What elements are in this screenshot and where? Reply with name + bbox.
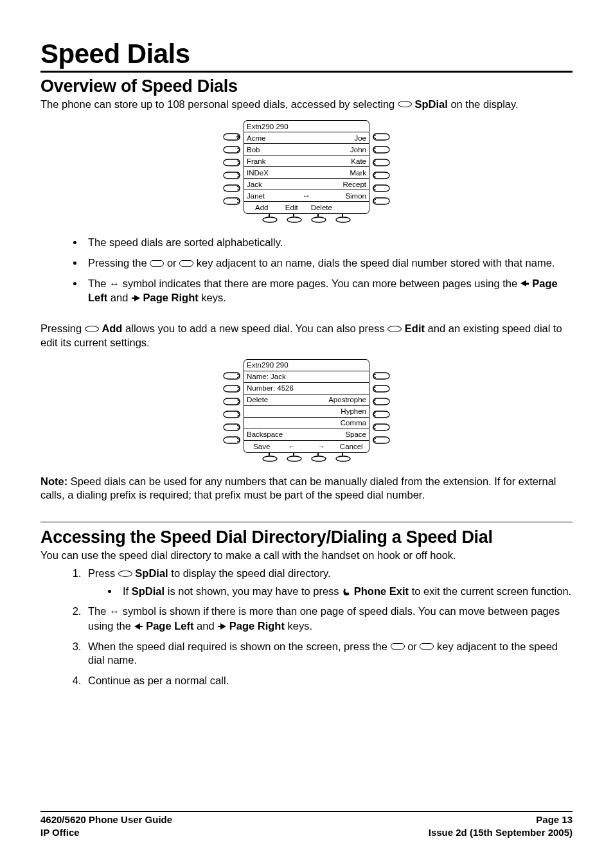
right-key-icon xyxy=(150,260,164,267)
screen-cell-left: Number: 4526 xyxy=(247,384,294,392)
sub-bullet-list: If SpDial is not shown, you may have to … xyxy=(88,585,573,599)
svg-point-2 xyxy=(312,217,326,222)
line-key-right xyxy=(373,197,391,205)
overview-intro-post: on the display. xyxy=(450,98,518,110)
text: and xyxy=(197,620,217,632)
overview-bullet-list: The speed dials are sorted alphabeticall… xyxy=(40,236,573,305)
line-key-left xyxy=(222,133,240,141)
screen-header: Extn290 290 xyxy=(247,361,289,369)
left-key-column xyxy=(222,359,240,444)
accessing-intro: You can use the speed dial directory to … xyxy=(40,549,573,563)
screen-cell-right: John xyxy=(350,146,366,154)
screen-cell-left: Bob xyxy=(247,146,260,154)
screen-cell-right: Comma xyxy=(341,419,366,427)
spdial-label: SpDial xyxy=(132,585,164,597)
spdial-label: SpDial xyxy=(414,98,447,110)
bi-arrow-icon xyxy=(109,605,120,619)
bottom-key-row xyxy=(262,456,351,466)
line-key-right xyxy=(373,146,391,154)
section-rule xyxy=(40,522,573,522)
phone-screen-list: Extn290 290 AcmeJoe BobJohn FrankKate IN… xyxy=(244,120,369,214)
page-left-icon xyxy=(520,280,529,287)
bottom-key xyxy=(335,217,351,227)
left-key-column xyxy=(222,120,240,205)
text: The xyxy=(88,278,109,289)
page-left-label: Page Left xyxy=(146,620,193,632)
line-key-right xyxy=(373,184,391,192)
screen-cell-left: Frank xyxy=(247,157,265,165)
screen-cell-left: Janet xyxy=(247,192,265,200)
line-key-left xyxy=(222,172,240,179)
text: and xyxy=(111,292,131,303)
screen-cell-right: Space xyxy=(345,430,366,438)
footer-product: IP Office xyxy=(40,826,80,839)
diagram-speed-dial-list: Extn290 290 AcmeJoe BobJohn FrankKate IN… xyxy=(40,120,573,227)
text: Pressing the xyxy=(88,257,150,269)
screen-cell-right: Recept xyxy=(343,181,366,188)
page-left-icon xyxy=(134,623,143,630)
line-key-left xyxy=(222,146,240,154)
text: symbol indicates that there are more pag… xyxy=(123,278,520,289)
overview-intro-pre: The phone can store up to 108 personal s… xyxy=(40,98,398,110)
step-item: Continue as per a normal call. xyxy=(84,674,573,688)
phone-exit-label: Phone Exit xyxy=(354,585,409,597)
line-key-left xyxy=(222,385,240,393)
step-item: Press SpDial to display the speed dial d… xyxy=(84,567,573,599)
page-right-label: Page Right xyxy=(229,620,285,632)
text: key adjacent to an name, dials the speed… xyxy=(197,257,555,269)
page-right-icon xyxy=(131,295,140,301)
line-key-right xyxy=(373,133,391,141)
text: to display the speed dial directory. xyxy=(171,567,330,579)
screen-cell-right: Simon xyxy=(345,192,366,200)
screen-header: Extn290 290 xyxy=(247,123,289,130)
sub-bullet-item: If SpDial is not shown, you may have to … xyxy=(119,585,573,599)
more-pages-icon: ↔ xyxy=(303,191,310,200)
bottom-key xyxy=(311,456,326,466)
line-key-right xyxy=(373,372,391,380)
line-key-left xyxy=(222,184,240,192)
svg-point-4 xyxy=(263,456,277,461)
line-key-right xyxy=(373,385,391,393)
text: allows you to add a new speed dial. You … xyxy=(125,323,387,334)
title-rule xyxy=(40,71,573,73)
line-key-right xyxy=(373,159,391,166)
text: Pressing xyxy=(40,323,85,334)
svg-point-3 xyxy=(336,217,350,222)
add-label: Add xyxy=(102,323,122,334)
bottom-key xyxy=(287,456,302,466)
left-key-icon xyxy=(179,260,193,267)
page-right-icon xyxy=(217,623,226,630)
step-item: When the speed dial required is shown on… xyxy=(84,640,573,668)
bi-arrow-icon xyxy=(109,277,120,291)
left-key-icon xyxy=(420,643,434,650)
softkey-cancel: Cancel xyxy=(337,443,367,450)
text: keys. xyxy=(288,620,313,632)
bottom-key xyxy=(287,217,302,227)
screen-cell-left: Acme xyxy=(247,134,265,142)
screen-cell-left: Delete xyxy=(247,396,268,403)
svg-point-1 xyxy=(287,217,301,222)
bottom-key xyxy=(311,217,326,227)
softkey-icon xyxy=(118,571,132,577)
line-key-left xyxy=(222,398,240,405)
edit-label: Edit xyxy=(405,323,425,334)
text: to exit the current screen function. xyxy=(412,585,572,597)
screen-cell-left: Name: Jack xyxy=(247,373,286,380)
line-key-left xyxy=(222,411,240,418)
softkey-right-arrow: → xyxy=(306,443,337,450)
bullet-item: Pressing the or key adjacent to an name,… xyxy=(84,256,573,270)
softkey-left-arrow: ← xyxy=(277,443,307,450)
right-key-icon xyxy=(391,643,405,650)
softkey-icon xyxy=(398,101,412,107)
svg-point-6 xyxy=(312,456,326,461)
line-key-left xyxy=(222,197,240,205)
softkey-add: Add xyxy=(247,204,277,211)
softkey-edit: Edit xyxy=(277,204,307,211)
accessing-steps: Press SpDial to display the speed dial d… xyxy=(40,567,573,688)
para-add-edit: Pressing Add allows you to add a new spe… xyxy=(40,322,573,350)
section-heading-overview: Overview of Speed Dials xyxy=(40,76,573,96)
line-key-left xyxy=(222,372,240,380)
bottom-key xyxy=(262,217,278,227)
footer-guide-title: 4620/5620 Phone User Guide xyxy=(40,813,172,826)
screen-cell-right: Kate xyxy=(351,157,366,165)
